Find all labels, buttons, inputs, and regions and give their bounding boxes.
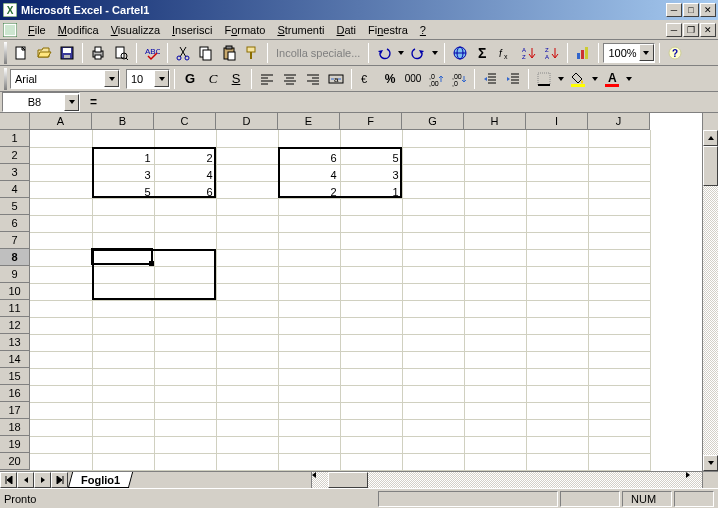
- menu-inserisci[interactable]: Inserisci: [166, 22, 218, 38]
- cell-B1[interactable]: [92, 130, 154, 147]
- cell-E11[interactable]: [278, 300, 340, 317]
- cell-D10[interactable]: [216, 283, 278, 300]
- paste-special-menu[interactable]: Incolla speciale...: [272, 45, 364, 61]
- sort-desc-button[interactable]: ZA: [541, 42, 563, 64]
- cell-E9[interactable]: [278, 266, 340, 283]
- cell-F6[interactable]: [340, 215, 402, 232]
- increase-decimal-button[interactable]: ,0,00: [425, 68, 447, 90]
- cell-C4[interactable]: 6: [154, 181, 216, 198]
- row-header-1[interactable]: 1: [0, 130, 30, 147]
- borders-button[interactable]: [533, 68, 555, 90]
- cell-J6[interactable]: [588, 215, 650, 232]
- cell-G13[interactable]: [402, 334, 464, 351]
- cell-B11[interactable]: [92, 300, 154, 317]
- col-header-C[interactable]: C: [154, 113, 216, 130]
- font-name-dropdown[interactable]: [104, 70, 119, 87]
- cell-J18[interactable]: [588, 419, 650, 436]
- cell-C1[interactable]: [154, 130, 216, 147]
- print-button[interactable]: [87, 42, 109, 64]
- cell-D3[interactable]: [216, 164, 278, 181]
- menu-?[interactable]: ?: [414, 22, 432, 38]
- cell-H18[interactable]: [464, 419, 526, 436]
- cell-C3[interactable]: 4: [154, 164, 216, 181]
- cell-C12[interactable]: [154, 317, 216, 334]
- toolbar-grip[interactable]: [4, 42, 7, 64]
- cell-I20[interactable]: [526, 453, 588, 470]
- workbook-icon[interactable]: [2, 22, 18, 38]
- cell-G18[interactable]: [402, 419, 464, 436]
- bold-button[interactable]: G: [179, 68, 201, 90]
- cell-D15[interactable]: [216, 368, 278, 385]
- cell-J11[interactable]: [588, 300, 650, 317]
- cell-E13[interactable]: [278, 334, 340, 351]
- cell-I4[interactable]: [526, 181, 588, 198]
- autosum-button[interactable]: Σ: [472, 42, 494, 64]
- cell-J9[interactable]: [588, 266, 650, 283]
- cell-D12[interactable]: [216, 317, 278, 334]
- row-header-4[interactable]: 4: [0, 181, 30, 198]
- cell-J2[interactable]: [588, 147, 650, 164]
- fill-color-dropdown[interactable]: [590, 68, 600, 90]
- cell-A10[interactable]: [30, 283, 92, 300]
- cell-J20[interactable]: [588, 453, 650, 470]
- cell-A20[interactable]: [30, 453, 92, 470]
- cell-H2[interactable]: [464, 147, 526, 164]
- doc-close-button[interactable]: ✕: [700, 23, 716, 37]
- cell-I17[interactable]: [526, 402, 588, 419]
- minimize-button[interactable]: ─: [666, 3, 682, 17]
- cell-B5[interactable]: [92, 198, 154, 215]
- save-button[interactable]: [56, 42, 78, 64]
- row-header-7[interactable]: 7: [0, 232, 30, 249]
- percent-button[interactable]: %: [379, 68, 401, 90]
- cell-G12[interactable]: [402, 317, 464, 334]
- cell-F2[interactable]: 5: [340, 147, 402, 164]
- menu-visualizza[interactable]: Visualizza: [105, 22, 166, 38]
- cell-J4[interactable]: [588, 181, 650, 198]
- cell-E20[interactable]: [278, 453, 340, 470]
- cell-E15[interactable]: [278, 368, 340, 385]
- cell-E2[interactable]: 6: [278, 147, 340, 164]
- decrease-decimal-button[interactable]: ,00,0: [448, 68, 470, 90]
- cell-B7[interactable]: [92, 232, 154, 249]
- cell-J10[interactable]: [588, 283, 650, 300]
- cell-C2[interactable]: 2: [154, 147, 216, 164]
- cell-H9[interactable]: [464, 266, 526, 283]
- select-all-corner[interactable]: [0, 113, 30, 130]
- cell-I11[interactable]: [526, 300, 588, 317]
- cell-I6[interactable]: [526, 215, 588, 232]
- chart-wizard-button[interactable]: [572, 42, 594, 64]
- col-header-I[interactable]: I: [526, 113, 588, 130]
- zoom-dropdown[interactable]: [639, 44, 654, 61]
- name-box-dropdown[interactable]: [64, 94, 79, 111]
- scroll-down-button[interactable]: [703, 455, 718, 471]
- cell-G9[interactable]: [402, 266, 464, 283]
- cell-C13[interactable]: [154, 334, 216, 351]
- cell-E12[interactable]: [278, 317, 340, 334]
- tab-nav-last[interactable]: [51, 472, 68, 488]
- cell-D14[interactable]: [216, 351, 278, 368]
- menu-dati[interactable]: Dati: [330, 22, 362, 38]
- cell-A17[interactable]: [30, 402, 92, 419]
- cell-C18[interactable]: [154, 419, 216, 436]
- worksheet-grid[interactable]: ABCDEFGHIJ 12345678910111213141516171819…: [0, 113, 718, 471]
- fill-color-button[interactable]: [567, 68, 589, 90]
- row-header-10[interactable]: 10: [0, 283, 30, 300]
- cell-B15[interactable]: [92, 368, 154, 385]
- doc-minimize-button[interactable]: ─: [666, 23, 682, 37]
- row-header-5[interactable]: 5: [0, 198, 30, 215]
- close-button[interactable]: ✕: [700, 3, 716, 17]
- cell-G7[interactable]: [402, 232, 464, 249]
- cell-C17[interactable]: [154, 402, 216, 419]
- cell-F13[interactable]: [340, 334, 402, 351]
- scroll-up-button[interactable]: [703, 130, 718, 146]
- cell-D2[interactable]: [216, 147, 278, 164]
- menu-finestra[interactable]: Finestra: [362, 22, 414, 38]
- cell-I19[interactable]: [526, 436, 588, 453]
- cell-J8[interactable]: [588, 249, 650, 266]
- cell-A14[interactable]: [30, 351, 92, 368]
- cell-D20[interactable]: [216, 453, 278, 470]
- cell-E18[interactable]: [278, 419, 340, 436]
- cell-A16[interactable]: [30, 385, 92, 402]
- cell-D17[interactable]: [216, 402, 278, 419]
- font-color-dropdown[interactable]: [624, 68, 634, 90]
